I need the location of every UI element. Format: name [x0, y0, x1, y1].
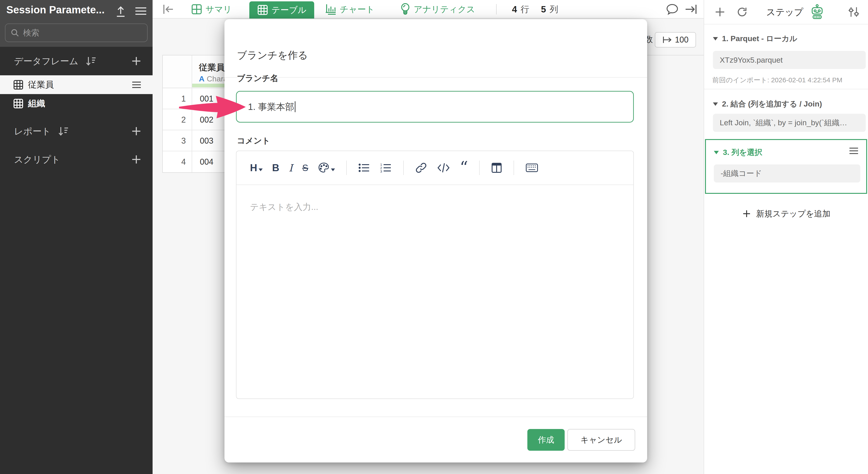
svg-text:3: 3 [380, 169, 382, 173]
step-title-text: 3. 列を選択 [723, 147, 763, 158]
item-menu-icon[interactable] [131, 80, 142, 89]
create-button[interactable]: 作成 [527, 429, 565, 451]
collapse-sidebar-icon[interactable] [162, 0, 175, 19]
dialog-title: ブランチを作る [237, 49, 308, 62]
columns-icon[interactable] [491, 162, 502, 174]
annotation-arrow [174, 92, 251, 123]
toolbar-separator [514, 160, 514, 175]
step-2-header[interactable]: 2. 結合 (列を追加する / Join) [713, 99, 822, 109]
blockquote-icon[interactable]: “ [460, 163, 468, 173]
tab-label: チャート [340, 4, 375, 15]
table-dimensions: 4 行 5 列 [512, 0, 558, 19]
sort-icon[interactable] [85, 56, 97, 66]
bullet-list-icon[interactable] [358, 162, 370, 174]
comment-editor[interactable]: H B I S 123 “ [236, 151, 634, 399]
steps-panel-header: ステップ [704, 0, 868, 24]
editor-toolbar: H B I S 123 “ [237, 151, 633, 185]
sort-icon[interactable] [58, 126, 69, 137]
table-top-border [647, 55, 704, 55]
comment-icon[interactable] [666, 0, 679, 19]
bold-icon[interactable]: B [272, 162, 279, 174]
create-branch-dialog: ブランチを作る ブランチ名 1. 事業本部 コメント H B I S 123 [224, 19, 647, 463]
tab-table[interactable]: テーブル [249, 1, 314, 19]
sidebar-header: Session Paramete... 検索 [0, 0, 153, 47]
italic-icon[interactable]: I [289, 162, 293, 174]
sidebar-menu-icon[interactable] [134, 5, 147, 17]
type-letter-icon: A [199, 75, 205, 83]
link-icon[interactable] [415, 162, 427, 174]
pill-text: -組織コード [721, 168, 762, 179]
dataframe-name: 従業員 [28, 79, 54, 90]
step-3-summary[interactable]: -組織コード [714, 165, 860, 182]
dataframe-name: 組織 [28, 98, 45, 109]
step-title-text: 2. 結合 (列を追加する / Join) [722, 99, 822, 109]
tab-chart[interactable]: チャート [325, 0, 375, 19]
scripts-section-header[interactable]: スクリプト [0, 150, 153, 169]
comment-label: コメント [237, 135, 270, 146]
add-script-button[interactable] [131, 154, 142, 165]
collapse-triangle-icon[interactable] [713, 102, 718, 106]
editor-placeholder: テキストを入力... [250, 201, 318, 213]
toolbar-divider [496, 4, 497, 14]
row-limit-value: 100 [675, 35, 688, 45]
table-icon [13, 80, 24, 90]
pill-text: XTz9Yox5.parquet [720, 56, 783, 64]
step-3-header[interactable]: 3. 列を選択 [714, 147, 763, 158]
collapse-steps-panel-icon[interactable] [684, 0, 698, 19]
last-import-caption: 前回のインポート: 2026-02-01 4:22:54 PM [712, 76, 842, 85]
add-report-button[interactable] [131, 126, 142, 137]
dataframes-section-header[interactable]: データフレーム [0, 47, 153, 75]
upload-icon[interactable] [114, 5, 127, 18]
cancel-button[interactable]: キャンセル [567, 429, 635, 451]
collapse-triangle-icon[interactable] [713, 37, 718, 40]
tab-analytics[interactable]: アナリティクス [400, 0, 475, 19]
add-step-icon[interactable] [714, 6, 725, 18]
branch-name-value: 1. 事業本部 [248, 101, 294, 113]
row-number: 3 [163, 130, 192, 151]
row-limit-control[interactable]: 100 [655, 32, 696, 48]
step-1-header[interactable]: 1. Parquet - ローカル [713, 33, 797, 44]
plus-icon [742, 209, 751, 218]
pill-text: Left Join, `組織`, by = join_by(`組織… [720, 118, 847, 128]
step-2-summary[interactable]: Left Join, `組織`, by = join_by(`組織… [713, 114, 866, 132]
steps-settings-icon[interactable] [848, 6, 860, 18]
text-cursor [295, 101, 296, 112]
robot-icon[interactable] [810, 4, 825, 20]
column-name: 従業員 [199, 62, 225, 73]
maps-to-icon [662, 36, 672, 44]
sidebar-item-organization[interactable]: 組織 [0, 94, 153, 113]
step-title-text: 1. Parquet - ローカル [722, 33, 797, 44]
step-menu-icon[interactable] [848, 146, 859, 155]
step-3-card-selected[interactable]: 3. 列を選択 -組織コード [705, 139, 867, 194]
steps-divider [704, 89, 868, 89]
add-step-label: 新規ステップを追加 [756, 208, 830, 219]
left-sidebar: Session Paramete... 検索 データフレーム 従業員 [0, 0, 153, 474]
search-input[interactable]: 検索 [5, 24, 148, 42]
search-placeholder: 検索 [23, 27, 39, 38]
add-new-step-button[interactable]: 新規ステップを追加 [704, 207, 868, 220]
text-color-icon[interactable] [318, 162, 335, 174]
collapse-triangle-icon[interactable] [714, 151, 719, 154]
branch-name-input[interactable]: 1. 事業本部 [236, 91, 634, 123]
step-1-summary[interactable]: XTz9Yox5.parquet [713, 51, 866, 69]
cell-value: 004 [200, 151, 213, 172]
refresh-icon[interactable] [736, 6, 748, 18]
scripts-label: スクリプト [14, 153, 60, 166]
reports-section-header[interactable]: レポート [0, 122, 153, 140]
row-count: 4 [512, 4, 517, 14]
row-unit: 行 [521, 4, 529, 15]
heading-icon[interactable]: H [250, 162, 263, 174]
sidebar-item-employees[interactable]: 従業員 [0, 75, 153, 94]
col-count: 5 [541, 4, 546, 14]
reports-label: レポート [14, 125, 51, 138]
tab-summary[interactable]: サマリ [191, 0, 232, 19]
strikethrough-icon[interactable]: S [302, 163, 308, 173]
dialog-header-divider [224, 77, 647, 78]
toolbar-separator [346, 160, 347, 175]
tab-label: テーブル [272, 4, 307, 16]
ordered-list-icon[interactable]: 123 [380, 162, 392, 174]
code-icon[interactable] [437, 162, 450, 174]
keyboard-icon[interactable] [525, 162, 538, 173]
add-dataframe-button[interactable] [131, 56, 142, 66]
table-icon [13, 98, 24, 109]
